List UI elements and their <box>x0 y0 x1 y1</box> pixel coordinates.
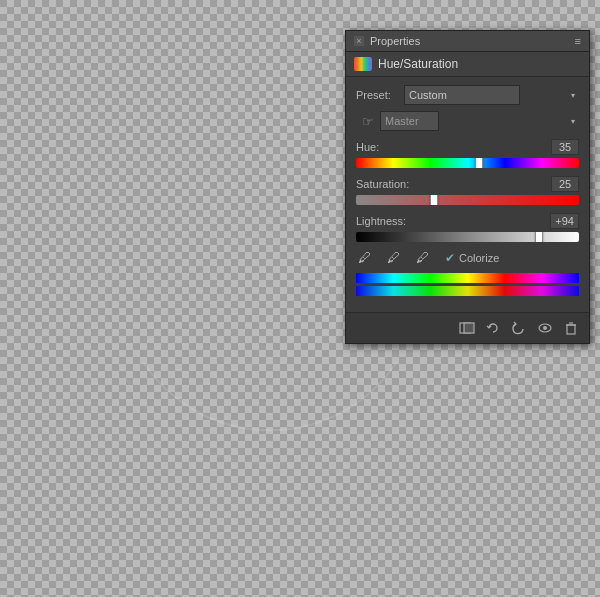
colorize-checkbox-label[interactable]: ✔ Colorize <box>445 251 499 265</box>
preset-select[interactable]: Custom Default Cyanotype Increase Satura… <box>404 85 520 105</box>
spectrum-top-bar <box>356 273 579 283</box>
saturation-value[interactable]: 25 <box>551 176 579 192</box>
colorize-checkmark: ✔ <box>445 251 455 265</box>
channel-select[interactable]: Master Reds Yellows Greens Cyans Blues M… <box>380 111 439 131</box>
undo-icon[interactable] <box>509 318 529 338</box>
lightness-thumb[interactable] <box>535 232 543 242</box>
svg-point-9 <box>543 326 547 330</box>
hue-label: Hue: <box>356 141 379 153</box>
panel-subtitle-text: Hue/Saturation <box>378 57 458 71</box>
hue-thumb[interactable] <box>475 158 483 168</box>
saturation-thumb[interactable] <box>430 195 438 205</box>
visibility-icon[interactable] <box>535 318 555 338</box>
hue-sat-icon <box>354 57 372 71</box>
panel-toolbar <box>346 312 589 343</box>
preset-label: Preset: <box>356 89 404 101</box>
channel-select-arrow: ▾ <box>571 117 575 126</box>
colorize-row: 🖊 🖊 🖊 ✔ Colorize <box>356 250 579 265</box>
lightness-track[interactable] <box>356 232 579 242</box>
hue-value[interactable]: 35 <box>551 139 579 155</box>
spectrum-bars <box>356 273 579 296</box>
sat-gradient <box>356 195 579 205</box>
lightness-value[interactable]: +94 <box>550 213 579 229</box>
colorize-label: Colorize <box>459 252 499 264</box>
svg-rect-10 <box>567 325 575 334</box>
preset-row: Preset: Custom Default Cyanotype Increas… <box>356 85 579 105</box>
delete-icon[interactable] <box>561 318 581 338</box>
channel-icon: ☞ <box>360 113 376 129</box>
panel-titlebar: × Properties ≡ <box>346 31 589 52</box>
eyedropper-add-icon[interactable]: 🖊 <box>387 250 400 265</box>
panel-title: Properties <box>370 35 420 47</box>
svg-rect-7 <box>464 323 474 333</box>
hue-slider-row: Hue: 35 <box>356 139 579 168</box>
channel-row: ☞ Master Reds Yellows Greens Cyans Blues… <box>356 111 579 131</box>
eyedropper-icon[interactable]: 🖊 <box>358 250 371 265</box>
panel-menu-icon[interactable]: ≡ <box>575 35 581 47</box>
preset-select-arrow: ▾ <box>571 91 575 100</box>
hue-gradient <box>356 158 579 168</box>
lightness-slider-row: Lightness: +94 <box>356 213 579 242</box>
layer-mask-icon[interactable] <box>457 318 477 338</box>
saturation-label: Saturation: <box>356 178 409 190</box>
preset-select-wrapper: Custom Default Cyanotype Increase Satura… <box>404 85 579 105</box>
panel-subtitle: Hue/Saturation <box>346 52 589 77</box>
light-gradient <box>356 232 579 242</box>
channel-select-wrapper: Master Reds Yellows Greens Cyans Blues M… <box>380 111 579 131</box>
spectrum-bottom-bar <box>356 286 579 296</box>
properties-panel: × Properties ≡ Hue/Saturation Preset: Cu… <box>345 30 590 344</box>
saturation-track[interactable] <box>356 195 579 205</box>
lightness-label: Lightness: <box>356 215 406 227</box>
panel-body: Preset: Custom Default Cyanotype Increas… <box>346 77 589 312</box>
eyedropper-sub-icon[interactable]: 🖊 <box>416 250 429 265</box>
saturation-slider-row: Saturation: 25 <box>356 176 579 205</box>
reset-icon[interactable] <box>483 318 503 338</box>
panel-close-button[interactable]: × <box>354 36 364 46</box>
hue-track[interactable] <box>356 158 579 168</box>
